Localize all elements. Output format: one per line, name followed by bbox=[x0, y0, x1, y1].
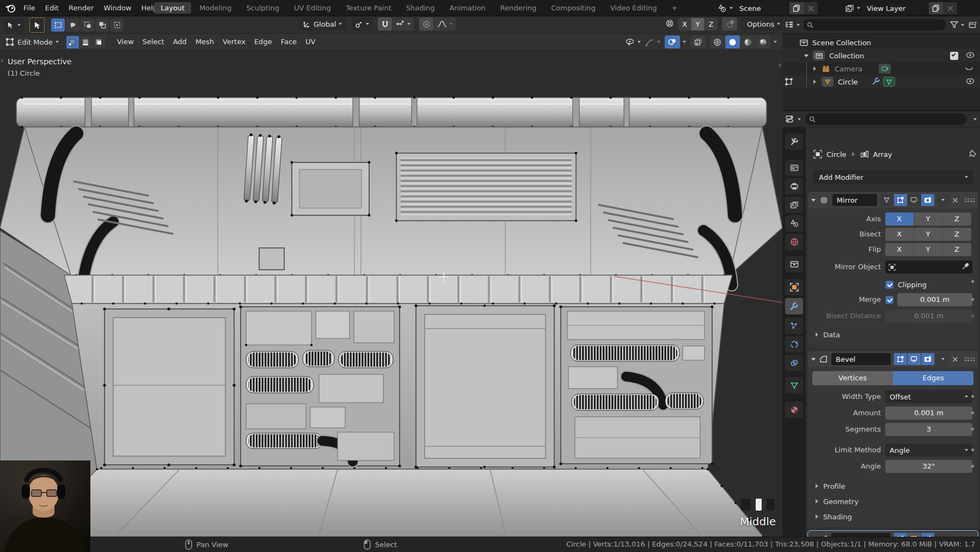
bevel-name-field[interactable]: Bevel bbox=[831, 353, 891, 365]
gizmos-dropdown[interactable] bbox=[645, 38, 660, 46]
collection-expand-icon[interactable] bbox=[804, 54, 808, 57]
outliner-row-camera[interactable]: Camera bbox=[782, 62, 980, 75]
tab-physics[interactable] bbox=[785, 336, 803, 353]
bevel-delete-icon[interactable] bbox=[949, 353, 961, 365]
viewport-menu-edge[interactable]: Edge bbox=[250, 35, 277, 48]
shading-wireframe-icon[interactable] bbox=[710, 35, 725, 48]
options-dropdown[interactable]: Options bbox=[743, 17, 785, 31]
bevel-extras-dropdown[interactable] bbox=[937, 353, 950, 365]
pivot-point-dropdown[interactable] bbox=[352, 17, 372, 31]
view-layer-remove-icon[interactable] bbox=[943, 2, 957, 14]
mirror-name-field[interactable]: Mirror bbox=[832, 194, 877, 206]
bevel-angle-slider[interactable]: 32° bbox=[885, 460, 972, 473]
mirror-x-button[interactable]: X bbox=[678, 18, 691, 31]
select-extend-tool-button[interactable] bbox=[81, 19, 94, 32]
collection-visibility-eye-icon[interactable] bbox=[966, 52, 975, 60]
camera-expand-icon[interactable] bbox=[813, 66, 816, 71]
overlays-toggle-icon[interactable] bbox=[690, 35, 706, 48]
viewport-menu-view[interactable]: View bbox=[113, 35, 138, 48]
mirror-axis-x[interactable]: X bbox=[885, 213, 914, 226]
viewport-menu-select[interactable]: Select bbox=[138, 35, 169, 48]
sidebar-expand-icon[interactable]: ‹ bbox=[778, 60, 781, 69]
workspace-tab-rendering[interactable]: Rendering bbox=[494, 2, 543, 14]
toolbar-expand-icon[interactable]: › bbox=[1, 56, 4, 65]
outliner-search-input[interactable] bbox=[803, 19, 946, 31]
workspace-tab-sculpting[interactable]: Sculpting bbox=[240, 2, 286, 14]
tab-render[interactable] bbox=[785, 160, 803, 176]
scene-unlink-icon[interactable] bbox=[804, 2, 818, 14]
add-modifier-button[interactable]: Add Modifier bbox=[813, 170, 973, 184]
tab-material[interactable] bbox=[785, 402, 803, 418]
viewport-menu-add[interactable]: Add bbox=[169, 35, 191, 48]
array-editmode-toggle[interactable] bbox=[894, 533, 907, 537]
scene-copy-icon[interactable] bbox=[789, 2, 804, 14]
bevel-editmode-toggle[interactable] bbox=[894, 353, 907, 365]
properties-editor-type-dropdown[interactable] bbox=[786, 115, 801, 123]
tab-modifiers[interactable] bbox=[785, 298, 803, 314]
tweak-tool-button[interactable] bbox=[29, 17, 45, 33]
workspace-tab-uv-editing[interactable]: UV Editing bbox=[287, 2, 338, 14]
workspace-tab-compositing[interactable]: Compositing bbox=[544, 2, 602, 14]
transform-orientation-dropdown[interactable]: Global bbox=[298, 17, 346, 31]
mirror-bisect-y[interactable]: Y bbox=[914, 228, 943, 241]
new-collection-icon[interactable] bbox=[969, 21, 977, 29]
bevel-drag-handle[interactable] bbox=[965, 357, 975, 361]
workspace-tab-video-editing[interactable]: Video Editing bbox=[604, 2, 664, 14]
array-extras-dropdown[interactable] bbox=[937, 533, 950, 537]
menu-window[interactable]: Window bbox=[99, 2, 136, 15]
workspace-tab-texture-paint[interactable]: Texture Paint bbox=[339, 2, 398, 14]
camera-visibility-closed-eye-icon[interactable] bbox=[965, 65, 973, 73]
merge-threshold-slider[interactable]: 0.001 m bbox=[897, 293, 972, 306]
object-visibility-dropdown[interactable] bbox=[625, 38, 641, 46]
mirror-z-button[interactable]: Z bbox=[705, 18, 718, 31]
menu-file[interactable]: File bbox=[19, 2, 40, 15]
workspace-tab-layout[interactable]: Layout bbox=[154, 2, 191, 14]
select-lasso-tool-button[interactable] bbox=[66, 19, 79, 32]
array-render-toggle[interactable] bbox=[921, 533, 934, 537]
mirror-object-field[interactable] bbox=[885, 260, 972, 274]
bevel-render-toggle[interactable] bbox=[921, 353, 934, 365]
mirror-flip-z[interactable]: Z bbox=[942, 243, 971, 256]
mirror-flip-x[interactable]: X bbox=[885, 243, 914, 256]
scene-name-field[interactable]: Scene bbox=[735, 2, 789, 14]
tab-collection[interactable] bbox=[785, 256, 803, 272]
snap-toggle-icon[interactable] bbox=[378, 17, 392, 31]
mirror-axis-y[interactable]: Y bbox=[914, 213, 943, 226]
shading-rendered-icon[interactable] bbox=[756, 35, 770, 48]
workspace-tab-shading[interactable]: Shading bbox=[400, 2, 442, 14]
tab-output[interactable] bbox=[785, 178, 803, 195]
mirror-realtime-toggle[interactable] bbox=[908, 194, 921, 206]
mirror-data-section[interactable]: Data bbox=[816, 328, 840, 341]
tab-tool[interactable] bbox=[785, 134, 803, 150]
tab-view-layer[interactable] bbox=[785, 197, 803, 213]
mirror-editmode-toggle[interactable] bbox=[894, 194, 907, 206]
viewport-menu-uv[interactable]: UV bbox=[301, 35, 320, 48]
proportional-falloff-dropdown[interactable] bbox=[433, 17, 456, 31]
view-layer-name-field[interactable]: View Layer bbox=[862, 2, 929, 14]
width-type-dropdown[interactable]: Offset bbox=[885, 390, 972, 403]
outliner-editor-type-dropdown[interactable] bbox=[785, 21, 800, 29]
eyedropper-icon[interactable] bbox=[962, 263, 969, 271]
bevel-shading-section[interactable]: Shading bbox=[816, 510, 852, 523]
viewport-3d[interactable]: User Perspective (1) Circle › ‹ Middle bbox=[0, 51, 782, 537]
tab-particles[interactable] bbox=[785, 318, 803, 334]
pin-icon[interactable] bbox=[969, 149, 977, 159]
viewport-menu-vertex[interactable]: Vertex bbox=[218, 35, 250, 48]
mirror-delete-icon[interactable] bbox=[949, 194, 961, 206]
mirror-y-button[interactable]: Y bbox=[691, 18, 705, 31]
viewport-menu-face[interactable]: Face bbox=[277, 35, 301, 48]
select-box-tool-button[interactable] bbox=[51, 19, 65, 32]
viewport-menu-mesh[interactable]: Mesh bbox=[191, 35, 218, 48]
array-delete-icon[interactable] bbox=[949, 533, 961, 537]
vertex-select-mode-button[interactable] bbox=[66, 36, 79, 48]
active-tool-dropdown[interactable] bbox=[3, 19, 24, 32]
mirror-render-toggle[interactable] bbox=[921, 194, 934, 206]
xray-toggle-icon[interactable] bbox=[665, 35, 680, 48]
mode-dropdown[interactable]: Edit Mode bbox=[3, 38, 61, 46]
tab-object[interactable] bbox=[785, 279, 803, 295]
mirror-extras-dropdown[interactable] bbox=[937, 194, 950, 206]
mirror-bisect-x[interactable]: X bbox=[885, 228, 914, 241]
bevel-geometry-section[interactable]: Geometry bbox=[816, 495, 859, 508]
shading-solid-icon[interactable] bbox=[725, 35, 740, 48]
bevel-realtime-toggle[interactable] bbox=[908, 353, 921, 365]
